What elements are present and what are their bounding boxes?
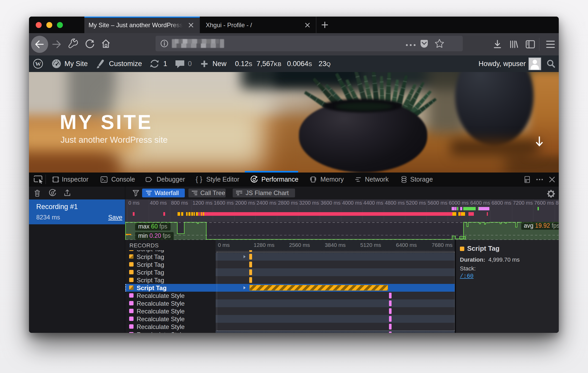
svg-text:W: W <box>35 61 41 67</box>
